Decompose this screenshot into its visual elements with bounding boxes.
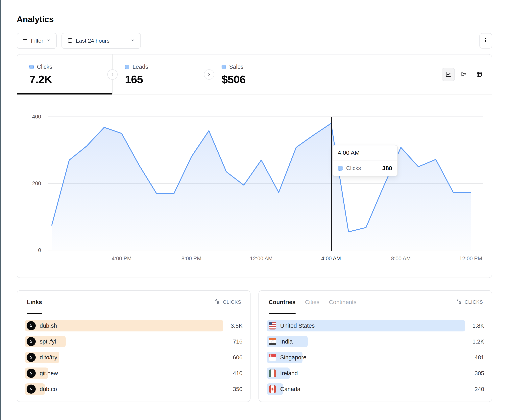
links-list: dub.sh 3.5K spti.fyi 716 d.t <box>17 314 250 395</box>
link-row[interactable]: spti.fyi 716 <box>25 336 243 347</box>
link-clicks-value: 410 <box>233 370 242 377</box>
clicks-legend-swatch <box>29 65 34 69</box>
filter-button-label: Filter <box>31 38 43 44</box>
funnel-chart-view-button[interactable] <box>457 68 470 81</box>
country-row[interactable]: Canada 240 <box>267 383 484 395</box>
link-row[interactable]: git.new 410 <box>25 368 243 379</box>
clicks-area-chart: 400 200 0 4:00 AM Clicks 380 <box>17 94 492 278</box>
dub-logo-icon <box>27 321 36 330</box>
country-row[interactable]: United States 1.8K <box>267 320 484 332</box>
tab-clicks[interactable]: Clicks 7.2K <box>17 54 113 94</box>
analytics-page: Analytics Filter Last 24 hou <box>17 0 492 402</box>
date-range-button[interactable]: Last 24 hours <box>61 33 141 49</box>
country-flag-icon <box>269 322 276 329</box>
x-axis-label: 12:00 PM <box>459 256 482 262</box>
link-name: git.new <box>40 370 58 377</box>
filter-button[interactable]: Filter <box>17 33 57 49</box>
country-flag-icon <box>269 338 276 345</box>
country-clicks-value: 305 <box>475 370 484 377</box>
date-range-label: Last 24 hours <box>76 38 110 44</box>
clicks-legend-swatch <box>338 166 343 171</box>
table-view-button[interactable] <box>473 68 486 81</box>
chart-view-switcher <box>442 68 486 81</box>
tooltip-series-label: Clicks <box>346 165 361 171</box>
line-chart-icon <box>445 71 452 78</box>
more-options-button[interactable] <box>479 33 492 49</box>
calendar-icon <box>67 37 73 44</box>
y-axis-label: 0 <box>17 247 41 253</box>
country-name: Canada <box>280 386 300 392</box>
link-clicks-value: 716 <box>233 338 242 345</box>
links-panel-header: Links CLICKS <box>17 291 250 314</box>
link-row[interactable]: dub.sh 3.5K <box>25 320 243 332</box>
link-name: dub.co <box>40 386 57 392</box>
country-row[interactable]: India 1.2K <box>267 336 484 347</box>
leads-legend-swatch <box>125 65 129 69</box>
country-row[interactable]: Ireland 305 <box>267 368 484 379</box>
countries-list: United States 1.8K India 1.2K Singapore … <box>259 314 492 395</box>
metric-label: CLICKS <box>464 299 483 305</box>
dub-logo-icon <box>27 369 36 378</box>
links-panel: Links CLICKS <box>17 290 251 402</box>
funnel-chart-icon <box>460 71 467 78</box>
table-grid-icon <box>476 71 483 78</box>
country-name: Ireland <box>280 370 298 377</box>
kebab-menu-icon <box>483 37 489 44</box>
x-axis-label: 8:00 AM <box>391 256 411 262</box>
link-clicks-value: 3.5K <box>231 323 243 329</box>
stats-tabs: Clicks 7.2K Leads 165 <box>17 54 492 94</box>
cursor-click-icon <box>215 298 221 306</box>
cursor-click-icon <box>456 298 462 306</box>
country-clicks-value: 1.2K <box>472 338 484 345</box>
link-clicks-value: 606 <box>233 354 242 361</box>
y-axis-label: 400 <box>17 114 41 120</box>
analytics-chart-card: Clicks 7.2K Leads 165 <box>17 54 492 278</box>
chevron-right-icon[interactable] <box>204 69 214 80</box>
country-name: India <box>280 338 293 345</box>
countries-panel: Countries Cities Continents CLICKS <box>258 290 492 402</box>
link-row[interactable]: dub.co 350 <box>25 383 243 395</box>
country-clicks-value: 240 <box>475 386 484 392</box>
x-axis-label: 4:00 PM <box>112 256 132 262</box>
tab-links[interactable]: Links <box>27 291 42 314</box>
clicks-metric-toggle[interactable]: CLICKS <box>456 298 483 306</box>
country-flag-icon <box>269 385 276 393</box>
stat-value: 165 <box>125 73 209 86</box>
tooltip-time: 4:00 AM <box>333 145 397 160</box>
metric-label: CLICKS <box>223 299 241 305</box>
x-axis-label: 8:00 PM <box>181 256 202 262</box>
link-name: d.to/try <box>40 354 57 361</box>
chart-tooltip: 4:00 AM Clicks 380 <box>332 145 398 176</box>
area-chart-canvas[interactable] <box>46 107 484 252</box>
link-name: spti.fyi <box>40 338 56 345</box>
country-clicks-value: 481 <box>475 354 484 361</box>
chevron-down-icon <box>130 38 135 44</box>
tab-continents[interactable]: Continents <box>329 291 357 314</box>
x-axis-label: 4:00 AM <box>321 256 341 262</box>
dub-logo-icon <box>27 337 36 346</box>
tooltip-value: 380 <box>382 165 392 172</box>
country-name: United States <box>280 323 315 329</box>
clicks-metric-toggle[interactable]: CLICKS <box>215 298 241 306</box>
line-chart-view-button[interactable] <box>442 68 455 81</box>
dub-logo-icon <box>27 384 36 394</box>
window-edge <box>0 0 1 420</box>
filter-lines-icon <box>22 37 28 44</box>
chart-crosshair <box>331 117 332 251</box>
sales-legend-swatch <box>222 65 226 69</box>
toolbar: Filter Last 24 hours <box>17 33 492 49</box>
link-row[interactable]: d.to/try 606 <box>25 352 243 363</box>
tab-countries[interactable]: Countries <box>269 291 296 314</box>
link-clicks-value: 350 <box>233 386 242 392</box>
country-row[interactable]: Singapore 481 <box>267 352 484 363</box>
country-clicks-value: 1.8K <box>472 323 484 329</box>
stat-label: Sales <box>229 64 244 70</box>
stat-label: Clicks <box>37 64 52 70</box>
tab-leads[interactable]: Leads 165 <box>113 54 209 94</box>
stat-label: Leads <box>133 64 148 70</box>
tab-cities[interactable]: Cities <box>305 291 320 314</box>
chevron-down-icon <box>46 38 51 44</box>
chevron-right-icon[interactable] <box>107 69 118 80</box>
dub-logo-icon <box>27 353 36 362</box>
countries-panel-header: Countries Cities Continents CLICKS <box>259 291 492 314</box>
